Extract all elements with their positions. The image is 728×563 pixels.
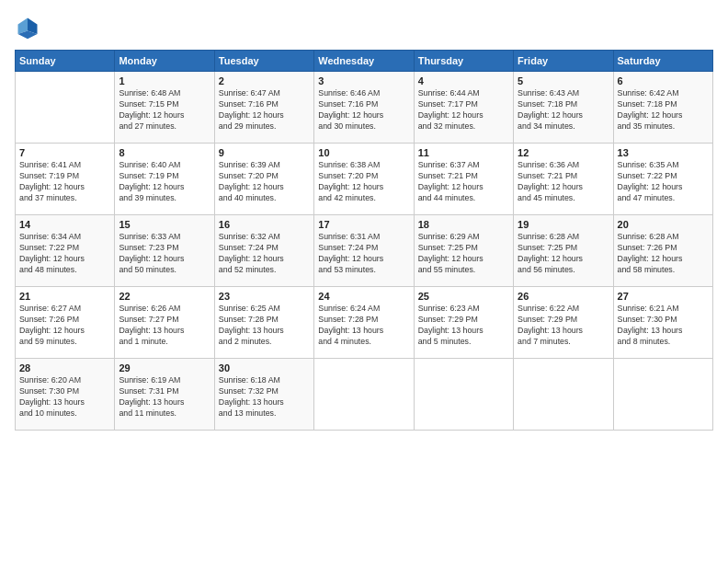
day-number: 26 xyxy=(518,291,609,302)
calendar-day-cell: 22Sunrise: 6:26 AM Sunset: 7:27 PM Dayli… xyxy=(115,287,214,359)
calendar-day-cell: 27Sunrise: 6:21 AM Sunset: 7:30 PM Dayli… xyxy=(613,287,712,359)
day-number: 30 xyxy=(219,362,310,373)
day-number: 2 xyxy=(219,75,310,86)
day-number: 10 xyxy=(318,147,409,158)
calendar-day-cell: 10Sunrise: 6:38 AM Sunset: 7:20 PM Dayli… xyxy=(314,144,414,215)
day-info: Sunrise: 6:29 AM Sunset: 7:25 PM Dayligh… xyxy=(418,232,509,276)
weekday-header-cell: Friday xyxy=(514,51,613,72)
day-info: Sunrise: 6:42 AM Sunset: 7:18 PM Dayligh… xyxy=(618,88,709,132)
day-number: 12 xyxy=(518,147,609,158)
day-info: Sunrise: 6:24 AM Sunset: 7:28 PM Dayligh… xyxy=(318,304,409,348)
day-info: Sunrise: 6:18 AM Sunset: 7:32 PM Dayligh… xyxy=(219,375,310,419)
day-number: 1 xyxy=(119,75,210,86)
day-number: 5 xyxy=(518,75,609,86)
weekday-header-cell: Tuesday xyxy=(214,51,313,72)
calendar-day-cell: 20Sunrise: 6:28 AM Sunset: 7:26 PM Dayli… xyxy=(613,215,712,287)
day-info: Sunrise: 6:21 AM Sunset: 7:30 PM Dayligh… xyxy=(618,304,709,348)
weekday-header-cell: Wednesday xyxy=(314,51,414,72)
calendar-body: 1Sunrise: 6:48 AM Sunset: 7:15 PM Daylig… xyxy=(16,72,713,431)
header xyxy=(15,15,713,40)
calendar-week-row: 28Sunrise: 6:20 AM Sunset: 7:30 PM Dayli… xyxy=(16,359,713,431)
day-info: Sunrise: 6:43 AM Sunset: 7:18 PM Dayligh… xyxy=(518,88,609,132)
calendar-day-cell xyxy=(16,72,115,144)
calendar-day-cell xyxy=(514,359,613,431)
day-info: Sunrise: 6:40 AM Sunset: 7:19 PM Dayligh… xyxy=(119,160,210,204)
calendar-week-row: 7Sunrise: 6:41 AM Sunset: 7:19 PM Daylig… xyxy=(16,144,713,215)
calendar-week-row: 1Sunrise: 6:48 AM Sunset: 7:15 PM Daylig… xyxy=(16,72,713,144)
calendar-day-cell xyxy=(314,359,414,431)
day-info: Sunrise: 6:25 AM Sunset: 7:28 PM Dayligh… xyxy=(219,304,310,348)
calendar-day-cell: 4Sunrise: 6:44 AM Sunset: 7:17 PM Daylig… xyxy=(414,72,513,144)
calendar-table: SundayMondayTuesdayWednesdayThursdayFrid… xyxy=(15,50,713,431)
calendar-day-cell: 26Sunrise: 6:22 AM Sunset: 7:29 PM Dayli… xyxy=(514,287,613,359)
calendar-day-cell: 7Sunrise: 6:41 AM Sunset: 7:19 PM Daylig… xyxy=(16,144,115,215)
day-info: Sunrise: 6:44 AM Sunset: 7:17 PM Dayligh… xyxy=(418,88,509,132)
logo-icon xyxy=(15,15,40,40)
calendar-day-cell: 24Sunrise: 6:24 AM Sunset: 7:28 PM Dayli… xyxy=(314,287,414,359)
day-number: 16 xyxy=(219,219,310,230)
calendar-day-cell: 3Sunrise: 6:46 AM Sunset: 7:16 PM Daylig… xyxy=(314,72,414,144)
day-number: 22 xyxy=(119,291,210,302)
day-info: Sunrise: 6:46 AM Sunset: 7:16 PM Dayligh… xyxy=(318,88,409,132)
day-number: 20 xyxy=(618,219,709,230)
calendar-day-cell: 25Sunrise: 6:23 AM Sunset: 7:29 PM Dayli… xyxy=(414,287,513,359)
calendar-day-cell: 16Sunrise: 6:32 AM Sunset: 7:24 PM Dayli… xyxy=(214,215,313,287)
day-number: 29 xyxy=(119,362,210,373)
calendar-day-cell: 11Sunrise: 6:37 AM Sunset: 7:21 PM Dayli… xyxy=(414,144,513,215)
day-number: 14 xyxy=(19,219,110,230)
day-info: Sunrise: 6:23 AM Sunset: 7:29 PM Dayligh… xyxy=(418,304,509,348)
logo xyxy=(15,15,44,40)
day-number: 17 xyxy=(318,219,409,230)
calendar-day-cell: 17Sunrise: 6:31 AM Sunset: 7:24 PM Dayli… xyxy=(314,215,414,287)
calendar-day-cell: 18Sunrise: 6:29 AM Sunset: 7:25 PM Dayli… xyxy=(414,215,513,287)
day-info: Sunrise: 6:19 AM Sunset: 7:31 PM Dayligh… xyxy=(119,375,210,419)
calendar-day-cell: 13Sunrise: 6:35 AM Sunset: 7:22 PM Dayli… xyxy=(613,144,712,215)
day-info: Sunrise: 6:33 AM Sunset: 7:23 PM Dayligh… xyxy=(119,232,210,276)
calendar-day-cell: 5Sunrise: 6:43 AM Sunset: 7:18 PM Daylig… xyxy=(514,72,613,144)
day-info: Sunrise: 6:27 AM Sunset: 7:26 PM Dayligh… xyxy=(19,304,110,348)
day-number: 13 xyxy=(618,147,709,158)
day-number: 23 xyxy=(219,291,310,302)
day-info: Sunrise: 6:47 AM Sunset: 7:16 PM Dayligh… xyxy=(219,88,310,132)
calendar-day-cell: 23Sunrise: 6:25 AM Sunset: 7:28 PM Dayli… xyxy=(214,287,313,359)
calendar-day-cell: 29Sunrise: 6:19 AM Sunset: 7:31 PM Dayli… xyxy=(115,359,214,431)
weekday-header-cell: Monday xyxy=(115,51,214,72)
day-number: 24 xyxy=(318,291,409,302)
day-number: 9 xyxy=(219,147,310,158)
day-number: 15 xyxy=(119,219,210,230)
day-number: 4 xyxy=(418,75,509,86)
calendar-day-cell: 28Sunrise: 6:20 AM Sunset: 7:30 PM Dayli… xyxy=(16,359,115,431)
calendar-day-cell xyxy=(414,359,513,431)
day-number: 27 xyxy=(618,291,709,302)
calendar-day-cell xyxy=(613,359,712,431)
day-info: Sunrise: 6:38 AM Sunset: 7:20 PM Dayligh… xyxy=(318,160,409,204)
page: SundayMondayTuesdayWednesdayThursdayFrid… xyxy=(0,0,728,563)
calendar-week-row: 14Sunrise: 6:34 AM Sunset: 7:22 PM Dayli… xyxy=(16,215,713,287)
day-number: 3 xyxy=(318,75,409,86)
calendar-day-cell: 6Sunrise: 6:42 AM Sunset: 7:18 PM Daylig… xyxy=(613,72,712,144)
calendar-day-cell: 2Sunrise: 6:47 AM Sunset: 7:16 PM Daylig… xyxy=(214,72,313,144)
day-number: 11 xyxy=(418,147,509,158)
calendar-day-cell: 9Sunrise: 6:39 AM Sunset: 7:20 PM Daylig… xyxy=(214,144,313,215)
calendar-day-cell: 1Sunrise: 6:48 AM Sunset: 7:15 PM Daylig… xyxy=(115,72,214,144)
day-number: 8 xyxy=(119,147,210,158)
day-info: Sunrise: 6:39 AM Sunset: 7:20 PM Dayligh… xyxy=(219,160,310,204)
day-info: Sunrise: 6:20 AM Sunset: 7:30 PM Dayligh… xyxy=(19,375,110,419)
day-number: 19 xyxy=(518,219,609,230)
day-info: Sunrise: 6:32 AM Sunset: 7:24 PM Dayligh… xyxy=(219,232,310,276)
day-info: Sunrise: 6:28 AM Sunset: 7:25 PM Dayligh… xyxy=(518,232,609,276)
day-info: Sunrise: 6:37 AM Sunset: 7:21 PM Dayligh… xyxy=(418,160,509,204)
day-number: 6 xyxy=(618,75,709,86)
calendar-day-cell: 8Sunrise: 6:40 AM Sunset: 7:19 PM Daylig… xyxy=(115,144,214,215)
day-number: 28 xyxy=(19,362,110,373)
day-info: Sunrise: 6:35 AM Sunset: 7:22 PM Dayligh… xyxy=(618,160,709,204)
calendar-week-row: 21Sunrise: 6:27 AM Sunset: 7:26 PM Dayli… xyxy=(16,287,713,359)
day-info: Sunrise: 6:36 AM Sunset: 7:21 PM Dayligh… xyxy=(518,160,609,204)
calendar-day-cell: 15Sunrise: 6:33 AM Sunset: 7:23 PM Dayli… xyxy=(115,215,214,287)
day-info: Sunrise: 6:48 AM Sunset: 7:15 PM Dayligh… xyxy=(119,88,210,132)
day-info: Sunrise: 6:22 AM Sunset: 7:29 PM Dayligh… xyxy=(518,304,609,348)
weekday-header-row: SundayMondayTuesdayWednesdayThursdayFrid… xyxy=(16,51,713,72)
day-info: Sunrise: 6:31 AM Sunset: 7:24 PM Dayligh… xyxy=(318,232,409,276)
calendar-day-cell: 19Sunrise: 6:28 AM Sunset: 7:25 PM Dayli… xyxy=(514,215,613,287)
day-number: 7 xyxy=(19,147,110,158)
